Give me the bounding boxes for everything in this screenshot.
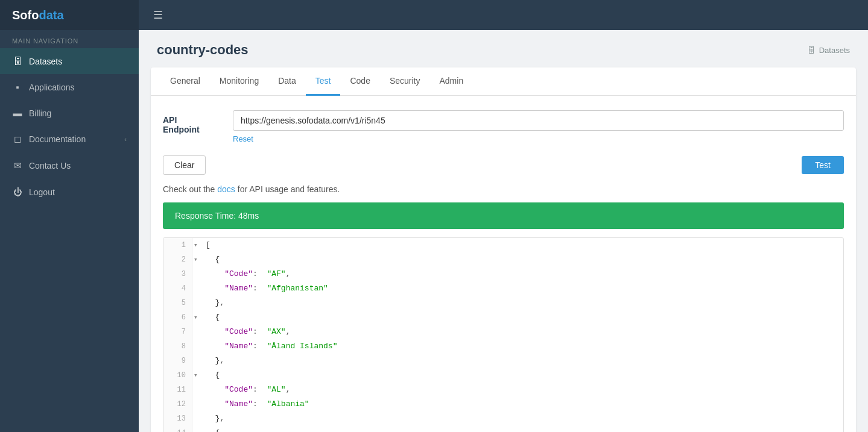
code-line: 4 "Name": "Afghanistan"	[163, 281, 843, 296]
sidebar-item-applications-label: Applications	[29, 83, 127, 92]
database-icon: 🗄	[12, 56, 23, 66]
fold-arrow	[192, 325, 201, 339]
line-number: 5	[163, 296, 192, 310]
fold-arrow[interactable]: ▾	[192, 310, 201, 325]
docs-link[interactable]: docs	[217, 184, 235, 194]
hamburger-button[interactable]: ☰	[148, 6, 168, 24]
code-line: 3 "Code": "AF",	[163, 267, 843, 281]
line-number: 10	[163, 368, 192, 383]
fold-arrow[interactable]: ▾	[192, 238, 201, 252]
line-number: 3	[163, 267, 192, 281]
sidebar-item-datasets-label: Datasets	[29, 57, 127, 66]
tab-monitoring[interactable]: Monitoring	[210, 67, 268, 96]
line-number: 2	[163, 252, 192, 267]
api-endpoint-field: Reset	[233, 110, 844, 143]
tab-admin[interactable]: Admin	[430, 67, 474, 96]
line-number: 4	[163, 281, 192, 296]
line-content: "Code": "AF",	[201, 267, 295, 281]
breadcrumb-label: Datasets	[819, 46, 850, 55]
code-line: 10▾ {	[163, 368, 843, 383]
line-number: 9	[163, 354, 192, 368]
code-line: 11 "Code": "AL",	[163, 383, 843, 397]
code-line: 8 "Name": "Åland Islands"	[163, 339, 843, 354]
docs-suffix: for API usage and features.	[235, 184, 340, 194]
page-header: country-codes 🗄 Datasets	[139, 30, 868, 58]
tab-test[interactable]: Test	[306, 67, 341, 96]
line-content: "Name": "Åland Islands"	[201, 339, 342, 354]
docs-prefix: Check out the	[163, 184, 217, 194]
topbar: ☰	[139, 0, 868, 30]
action-buttons-row: Clear Test	[163, 155, 844, 175]
sidebar-item-billing-label: Billing	[29, 108, 127, 118]
sidebar-item-documentation[interactable]: ◻ Documentation ‹	[0, 126, 139, 152]
chevron-left-icon: ‹	[124, 136, 127, 143]
code-viewer: 1▾[2▾ {3 "Code": "AF",4 "Name": "Afghani…	[163, 237, 844, 432]
breadcrumb-icon: 🗄	[808, 46, 816, 55]
sidebar-item-billing[interactable]: ▬ Billing	[0, 100, 139, 126]
line-number: 14	[163, 426, 192, 432]
sidebar-item-contact-us-label: Contact Us	[29, 161, 127, 171]
fold-arrow	[192, 354, 201, 368]
line-content: {	[201, 310, 224, 325]
fold-arrow	[192, 267, 201, 281]
line-content: {	[201, 252, 224, 267]
endpoint-input[interactable]	[233, 110, 844, 131]
fold-arrow	[192, 339, 201, 354]
line-content: [	[201, 238, 215, 252]
code-line: 9 },	[163, 354, 843, 368]
logo: Sofodata	[0, 0, 139, 30]
line-content: },	[201, 412, 229, 426]
line-number: 8	[163, 339, 192, 354]
breadcrumb: 🗄 Datasets	[808, 46, 850, 55]
line-number: 7	[163, 325, 192, 339]
logo-sofo: Sofo	[12, 8, 39, 22]
sidebar-item-datasets[interactable]: 🗄 Datasets	[0, 48, 139, 74]
mail-icon: ✉	[12, 160, 23, 171]
nav-label: MAIN NAVIGATION	[0, 30, 139, 48]
tab-general[interactable]: General	[160, 67, 210, 96]
docs-icon: ◻	[12, 134, 23, 145]
tab-security[interactable]: Security	[380, 67, 430, 96]
test-button[interactable]: Test	[802, 156, 844, 174]
api-endpoint-row: APIEndpoint Reset	[163, 110, 844, 143]
sidebar: Sofodata MAIN NAVIGATION 🗄 Datasets ▪ Ap…	[0, 0, 139, 432]
billing-icon: ▬	[12, 108, 23, 118]
line-content: "Name": "Albania"	[201, 397, 314, 412]
line-content: "Code": "AL",	[201, 383, 295, 397]
response-banner: Response Time: 48ms	[163, 202, 844, 229]
line-content: {	[201, 426, 224, 432]
tab-code[interactable]: Code	[340, 67, 379, 96]
sidebar-item-logout-label: Logout	[29, 187, 127, 197]
line-number: 12	[163, 397, 192, 412]
tab-data[interactable]: Data	[268, 67, 306, 96]
tab-bar: General Monitoring Data Test Code Securi…	[151, 67, 856, 96]
sidebar-item-applications[interactable]: ▪ Applications	[0, 74, 139, 100]
line-number: 6	[163, 310, 192, 325]
sidebar-item-contact-us[interactable]: ✉ Contact Us	[0, 152, 139, 179]
sidebar-item-documentation-label: Documentation	[29, 134, 118, 144]
api-endpoint-label: APIEndpoint	[163, 110, 223, 134]
clear-button[interactable]: Clear	[163, 155, 206, 175]
code-line: 1▾[	[163, 238, 843, 252]
fold-arrow	[192, 296, 201, 310]
page-title: country-codes	[157, 42, 249, 58]
sidebar-item-logout[interactable]: ⏻ Logout	[0, 179, 139, 205]
fold-arrow	[192, 281, 201, 296]
fold-arrow[interactable]: ▾	[192, 426, 201, 432]
logo-data: data	[39, 8, 63, 22]
line-content: {	[201, 368, 224, 383]
docs-text: Check out the docs for API usage and fea…	[163, 184, 844, 194]
line-number: 13	[163, 412, 192, 426]
fold-arrow[interactable]: ▾	[192, 252, 201, 267]
code-line: 5 },	[163, 296, 843, 310]
code-line: 13 },	[163, 412, 843, 426]
code-line: 7 "Code": "AX",	[163, 325, 843, 339]
fold-arrow	[192, 412, 201, 426]
dataset-card: General Monitoring Data Test Code Securi…	[151, 67, 856, 432]
fold-arrow[interactable]: ▾	[192, 368, 201, 383]
code-line: 12 "Name": "Albania"	[163, 397, 843, 412]
reset-link[interactable]: Reset	[233, 134, 844, 143]
fold-arrow	[192, 383, 201, 397]
line-content: },	[201, 296, 229, 310]
code-line: 6▾ {	[163, 310, 843, 325]
